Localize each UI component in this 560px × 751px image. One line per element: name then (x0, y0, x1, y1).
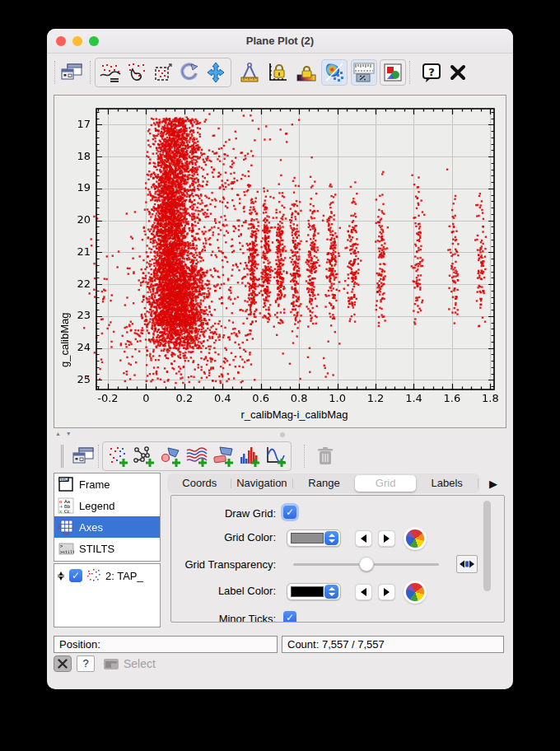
sidebar-item-label: Legend (79, 500, 114, 512)
axes-icon: YyyXxx (58, 519, 74, 535)
title-bar[interactable]: Plane Plot (2) (47, 29, 513, 54)
settings-scrollbar[interactable] (483, 501, 491, 591)
x-axis-label: r_calibMag-i_calibMag (96, 408, 493, 421)
select-status: Select (103, 657, 156, 670)
grid-color-next-button[interactable] (378, 530, 395, 547)
lock-axes-icon[interactable] (264, 59, 291, 86)
layer-row[interactable]: ▲▼ ✓ 2: TAP_ (54, 564, 160, 587)
slider-thumb[interactable] (359, 557, 374, 571)
add-position-layer-icon[interactable] (105, 443, 131, 469)
tab-navigation[interactable]: Navigation (231, 475, 293, 492)
label-color-wheel-button[interactable] (406, 583, 424, 601)
plot-canvas[interactable] (55, 96, 506, 405)
zoom-window-button[interactable] (89, 36, 99, 46)
grid-color-wheel-button[interactable] (406, 529, 424, 548)
tab-range[interactable]: Range (293, 475, 355, 492)
label-color-label: Label Color: (171, 581, 276, 601)
tab-grid[interactable]: Grid (355, 475, 417, 492)
minor-ticks-checkbox[interactable]: ✓ (283, 611, 296, 623)
main-toolbar: ? (47, 54, 513, 91)
grid-transparency-slider[interactable] (293, 556, 439, 572)
remove-layer-icon[interactable] (312, 443, 338, 469)
window-title: Plane Plot (2) (47, 29, 513, 54)
grid-transparency-label: Grid Transparency: (171, 555, 276, 575)
toolbar-grip[interactable] (61, 445, 63, 468)
add-area-layer-icon[interactable] (157, 443, 184, 469)
sketch-mode-icon[interactable] (321, 59, 348, 86)
minimize-window-button[interactable] (72, 36, 82, 46)
plot-windows-icon[interactable] (58, 59, 85, 86)
draw-subset-region-icon[interactable] (124, 59, 150, 86)
split-divider[interactable]: ▲ ▼ (47, 430, 513, 438)
add-function-layer-icon[interactable] (263, 443, 289, 469)
add-layer-group (102, 441, 292, 471)
add-pair-layer-icon[interactable] (131, 443, 157, 469)
legend-icon: oAa+BbxCc (58, 497, 74, 514)
layer-visibility-checkbox[interactable]: ✓ (69, 569, 82, 582)
svg-text:Xxx: Xxx (63, 532, 70, 535)
y-axis-label: g_calibMag (58, 145, 71, 367)
select-label: Select (124, 657, 156, 670)
grid-color-select[interactable] (287, 529, 341, 547)
sidebar-item-legend[interactable]: oAa+BbxCc Legend (54, 495, 160, 516)
grid-color-swatch (291, 533, 324, 543)
sidebar-item-axes[interactable]: YyyXxx Axes (54, 516, 160, 538)
control-list: TITLE Frame oAa+BbxCc Legend YyyXxx Axes… (54, 473, 161, 562)
add-spectrogram-layer-icon[interactable] (184, 443, 210, 469)
stilts-icon: >>stilts (58, 540, 74, 557)
close-window-button[interactable] (56, 36, 66, 46)
measure-distance-icon[interactable] (236, 59, 263, 86)
plane-plot-window: Plane Plot (2) (47, 29, 513, 689)
label-color-swatch (291, 586, 324, 597)
label-color-select[interactable] (287, 583, 341, 600)
footer-bar: ? Select (54, 655, 156, 673)
clear-button[interactable] (54, 655, 72, 672)
lock-aux-range-icon[interactable] (293, 59, 320, 86)
close-icon[interactable] (445, 59, 471, 86)
settings-tabs: Coords Navigation Range Grid Labels (167, 473, 480, 493)
minor-ticks-label: Minor Ticks: (171, 609, 276, 623)
export-plot-icon[interactable] (380, 59, 406, 86)
svg-text:Cc: Cc (64, 509, 70, 514)
resize-to-fit-icon[interactable] (150, 59, 176, 86)
sidebar-item-frame[interactable]: TITLE Frame (54, 473, 160, 495)
position-field: Position: (54, 636, 278, 653)
sidebar-item-label: Axes (79, 521, 103, 534)
svg-text:Yyy: Yyy (58, 523, 61, 530)
help-pointer-button[interactable]: ? (77, 655, 95, 672)
layer-list: ▲▼ ✓ 2: TAP_ (54, 563, 161, 627)
draw-subset-blob-icon[interactable] (97, 59, 124, 86)
sidebar-item-stilts[interactable]: >>stilts STILTS (54, 538, 160, 559)
grid-settings-panel: Draw Grid: ✓ Grid Color: Grid Transparen… (170, 495, 505, 623)
layer-reorder-icon[interactable]: ▲▼ (56, 571, 66, 581)
frame-icon: TITLE (58, 476, 74, 492)
select-icon (103, 658, 119, 670)
help-icon[interactable]: ? (418, 59, 445, 86)
draw-grid-label: Draw Grid: (171, 504, 276, 524)
tab-labels[interactable]: Labels (416, 475, 478, 492)
aux-axis-control-icon[interactable] (351, 59, 377, 86)
layer-controls-icon[interactable] (70, 443, 96, 469)
svg-text:TITLE: TITLE (60, 478, 70, 482)
label-color-next-button[interactable] (378, 584, 395, 600)
sidebar-item-label: Frame (79, 478, 110, 491)
label-color-prev-button[interactable] (355, 584, 372, 600)
draw-grid-checkbox[interactable]: ✓ (283, 506, 296, 519)
pan-icon[interactable] (203, 59, 229, 86)
add-histogram-layer-icon[interactable] (236, 443, 263, 469)
transparency-adjuster-button[interactable] (456, 555, 478, 573)
tab-coords[interactable]: Coords (169, 475, 231, 492)
tabs-overflow-arrow[interactable]: ▶ (485, 474, 502, 492)
add-shape-layer-icon[interactable] (210, 443, 236, 469)
toolbar-separator (304, 445, 305, 468)
divider-grip[interactable] (280, 432, 285, 437)
layers-toolbar (47, 438, 513, 473)
divider-collapse-icons[interactable]: ▲ ▼ (55, 431, 73, 436)
layer-scatter-icon (86, 567, 102, 584)
grid-color-prev-button[interactable] (355, 530, 372, 547)
svg-text:?: ? (428, 66, 435, 78)
toolbar-separator (54, 61, 55, 84)
replot-icon[interactable] (176, 59, 203, 86)
layer-label: 2: TAP_ (105, 570, 143, 582)
traffic-lights (56, 36, 99, 46)
